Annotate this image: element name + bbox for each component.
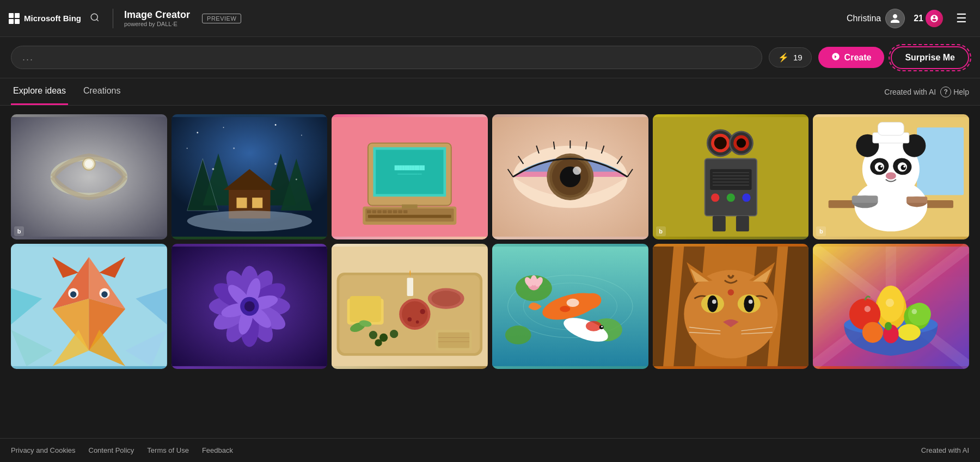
bing-logo[interactable]: Microsoft Bing (9, 13, 81, 24)
gallery-item-robot[interactable]: b (653, 114, 809, 239)
gallery-item-koi[interactable] (492, 244, 648, 369)
gallery-item-computer[interactable]: ████████████ ═══════════ (332, 114, 488, 239)
svg-rect-1 (11, 117, 167, 237)
gallery-item-food[interactable] (332, 244, 488, 369)
svg-rect-42 (402, 205, 418, 209)
search-placeholder: ... (22, 52, 34, 63)
svg-point-205 (886, 299, 894, 307)
tab-explore[interactable]: Explore ideas (11, 78, 68, 105)
feedback-link[interactable]: Feedback (202, 446, 233, 454)
svg-point-198 (908, 303, 931, 325)
gallery-item-eye[interactable] (492, 114, 648, 239)
svg-point-6 (197, 132, 198, 133)
svg-point-128 (244, 301, 254, 311)
watermark-panda: b (816, 226, 826, 236)
header-left: Microsoft Bing Image Creator powered by … (9, 9, 241, 28)
svg-rect-18 (236, 198, 247, 208)
svg-point-0 (91, 14, 97, 20)
svg-point-180 (712, 300, 716, 304)
svg-point-100 (70, 291, 76, 297)
header-divider (113, 9, 113, 28)
svg-text:████████████: ████████████ (394, 165, 425, 170)
coins-display: 21 (914, 10, 943, 27)
avatar (885, 9, 905, 28)
bing-icon (9, 13, 20, 24)
svg-point-54 (714, 137, 726, 149)
create-button[interactable]: Create (818, 47, 885, 68)
gallery-item-cabin[interactable] (171, 114, 328, 239)
privacy-link[interactable]: Privacy and Cookies (11, 446, 76, 454)
svg-rect-39 (399, 210, 403, 213)
svg-point-164 (567, 299, 579, 307)
svg-point-199 (862, 322, 883, 343)
svg-point-186 (727, 289, 733, 295)
user-name: Christina (847, 14, 881, 23)
svg-rect-90 (906, 196, 927, 202)
footer: Privacy and Cookies Content Policy Terms… (0, 438, 980, 462)
gallery-item-panda[interactable]: b (813, 114, 969, 239)
svg-point-83 (904, 165, 906, 168)
help-button[interactable]: ? Help (940, 87, 969, 97)
footer-created-with-ai: Created with AI (921, 446, 969, 454)
svg-rect-40 (403, 210, 408, 213)
svg-point-165 (560, 306, 570, 312)
surprise-me-button[interactable]: Surprise Me (891, 46, 969, 69)
search-input-wrapper[interactable]: ... (11, 46, 762, 69)
header: Microsoft Bing Image Creator powered by … (0, 0, 980, 37)
help-circle-icon: ? (940, 87, 951, 97)
svg-rect-67 (713, 216, 726, 232)
boost-count: 19 (793, 53, 803, 62)
svg-rect-37 (388, 210, 393, 213)
svg-rect-146 (438, 332, 469, 348)
watermark-ring: b (14, 226, 24, 236)
gallery: b (0, 106, 980, 378)
svg-point-141 (369, 331, 377, 339)
gallery-item-tiger[interactable] (653, 244, 809, 369)
hamburger-button[interactable]: ☰ (952, 9, 971, 28)
svg-rect-68 (736, 216, 749, 232)
gallery-item-fox[interactable] (11, 244, 167, 369)
svg-point-57 (737, 138, 746, 147)
svg-rect-35 (377, 210, 382, 213)
svg-point-80 (878, 165, 884, 170)
svg-point-22 (233, 147, 235, 149)
svg-rect-33 (367, 210, 371, 213)
terms-link[interactable]: Terms of Use (147, 446, 189, 454)
svg-point-140 (432, 291, 461, 306)
content-policy-link[interactable]: Content Policy (89, 446, 134, 454)
create-label: Create (844, 53, 872, 63)
preview-badge: PREVIEW (202, 14, 241, 23)
svg-rect-70 (917, 127, 964, 195)
tabs-right: Created with AI ? Help (884, 87, 969, 97)
svg-point-167 (586, 321, 602, 331)
svg-point-4 (85, 159, 93, 168)
svg-point-64 (711, 194, 719, 202)
svg-point-204 (912, 309, 917, 315)
svg-point-178 (707, 295, 718, 312)
svg-point-137 (408, 317, 412, 322)
search-button[interactable] (88, 10, 102, 26)
svg-point-157 (505, 325, 531, 344)
user-info[interactable]: Christina (847, 9, 905, 28)
gallery-item-ring[interactable]: b (11, 114, 167, 239)
svg-point-101 (101, 291, 107, 297)
svg-point-135 (402, 301, 428, 327)
boost-button[interactable]: ⚡ 19 (769, 47, 812, 67)
gallery-item-fruits[interactable] (813, 244, 969, 369)
gallery-item-flower[interactable] (171, 244, 328, 369)
svg-rect-34 (372, 210, 377, 213)
svg-point-179 (744, 295, 754, 312)
svg-point-21 (212, 168, 214, 170)
svg-point-84 (886, 172, 896, 179)
boost-icon: ⚡ (778, 52, 789, 63)
svg-point-20 (187, 211, 311, 231)
svg-point-200 (898, 324, 921, 341)
svg-rect-149 (407, 278, 413, 295)
image-creator-title: Image Creator (124, 9, 190, 21)
svg-point-65 (726, 194, 734, 202)
tab-creations[interactable]: Creations (81, 78, 122, 105)
svg-rect-41 (368, 215, 451, 218)
svg-text:═══════════: ═══════════ (397, 172, 422, 176)
powered-by-label: powered by DALL·E (124, 21, 190, 27)
svg-rect-19 (252, 198, 262, 208)
